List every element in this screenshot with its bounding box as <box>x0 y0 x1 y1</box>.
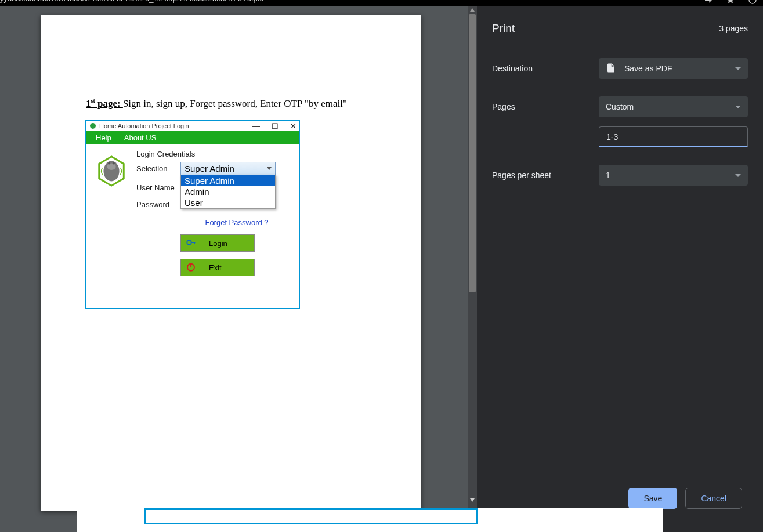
svg-point-4 <box>108 162 110 165</box>
app-icon <box>90 123 96 129</box>
label-username: User Name <box>136 183 180 192</box>
menu-about: About US <box>124 133 157 142</box>
form-section-title: Login Credentials <box>136 150 293 158</box>
print-dialog-title: Print <box>492 22 515 35</box>
scroll-down-icon[interactable] <box>470 498 475 503</box>
destination-select[interactable]: Save as PDF <box>599 58 748 79</box>
page-count-label: 3 pages <box>719 24 748 33</box>
mock-titlebar: Home Automation Project Login — ☐ ✕ <box>86 121 299 131</box>
app-logo <box>95 154 128 188</box>
login-button: Login <box>180 234 255 252</box>
svg-point-3 <box>107 163 115 170</box>
power-icon <box>186 262 196 274</box>
window-title: Home Automation Project Login <box>99 122 189 129</box>
pages-mode-select[interactable]: Custom <box>599 96 748 117</box>
pages-range-input[interactable]: 1-3 <box>599 126 748 147</box>
menu-help: Help <box>96 133 111 142</box>
svg-point-5 <box>113 162 115 165</box>
browser-address-bar: yyaball.ashraf/Downloads/Front%20End%20_… <box>0 0 763 6</box>
browser-url: yyaball.ashraf/Downloads/Front%20End%20_… <box>0 0 264 3</box>
mock-app-window: Home Automation Project Login — ☐ ✕ Help… <box>85 120 300 309</box>
pages-per-sheet-select[interactable]: 1 <box>599 165 748 186</box>
print-preview-area: 1st page: Sign in, sign up, Forget passw… <box>0 6 477 532</box>
preview-scrollbar[interactable] <box>468 6 477 532</box>
save-button[interactable]: Save <box>628 488 677 509</box>
chevron-down-icon <box>735 174 741 177</box>
pages-per-sheet-label: Pages per sheet <box>492 171 599 180</box>
page-heading: 1st page: Sign in, sign up, Forget passw… <box>86 97 347 110</box>
page-element-border <box>144 508 478 524</box>
minimize-icon: — <box>252 122 260 131</box>
maximize-icon: ☐ <box>272 122 279 131</box>
scrollbar-thumb[interactable] <box>469 14 476 292</box>
cancel-button[interactable]: Cancel <box>685 488 742 509</box>
dropdown-option: User <box>181 197 275 208</box>
key-icon <box>186 237 196 249</box>
exit-button: Exit <box>180 259 255 276</box>
document-page: 1st page: Sign in, sign up, Forget passw… <box>41 15 421 511</box>
label-selection: Selection <box>136 164 180 173</box>
svg-point-6 <box>187 240 191 245</box>
svg-point-0 <box>749 0 756 3</box>
close-icon: ✕ <box>290 122 296 131</box>
scroll-up-icon[interactable] <box>470 7 475 12</box>
chevron-down-icon <box>735 67 741 70</box>
mock-menubar: Help About US <box>86 131 299 144</box>
forget-password-link: Forget Password ? <box>180 217 293 227</box>
pages-label: Pages <box>492 102 599 111</box>
window-controls: — ☐ ✕ <box>252 122 296 131</box>
pdf-file-icon <box>606 63 616 75</box>
chevron-down-icon <box>735 106 741 108</box>
label-password: Password <box>136 200 180 209</box>
dropdown-list: Super Admin Admin User <box>180 175 276 209</box>
chevron-down-icon <box>267 167 272 170</box>
selection-dropdown: Super Admin Super Admin Admin User <box>180 162 276 175</box>
login-form: Login Credentials Selection Super Admin … <box>136 150 293 276</box>
dropdown-option: Super Admin <box>181 175 275 186</box>
destination-label: Destination <box>492 64 599 73</box>
print-settings-panel: Print 3 pages Destination Save as PDF Pa… <box>477 6 763 532</box>
dropdown-option: Admin <box>181 186 275 197</box>
